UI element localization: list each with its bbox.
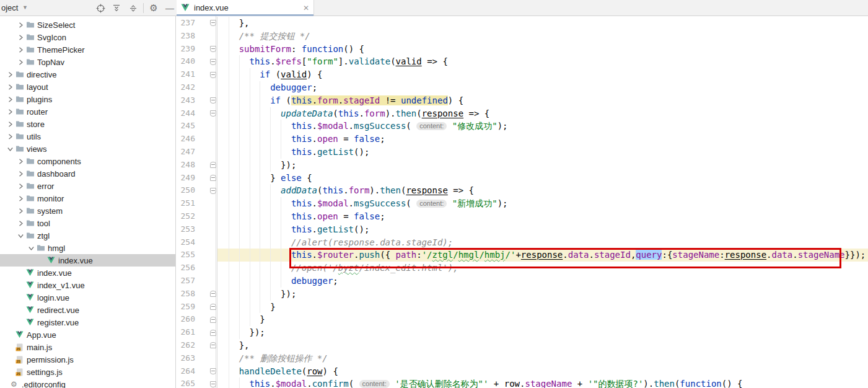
tree-item-redirect-vue[interactable]: redirect.vue — [0, 304, 175, 316]
gear-icon[interactable]: ⚙ — [147, 2, 160, 14]
tree-item-tool[interactable]: tool — [0, 217, 175, 229]
tree-item-ztgl[interactable]: ztgl — [0, 229, 175, 242]
tree-item-editorconfig[interactable]: ⚙.editorconfig — [0, 378, 175, 388]
chevron-right-icon[interactable] — [15, 156, 26, 167]
tree-item-themepicker[interactable]: ThemePicker — [0, 43, 175, 56]
code-line-248[interactable]: 248}); — [177, 159, 868, 172]
code-line-253[interactable]: 253this.getList(); — [177, 223, 868, 236]
chevron-right-icon[interactable] — [5, 82, 15, 92]
tree-item-layout[interactable]: layout — [0, 81, 175, 93]
chevron-right-icon[interactable] — [15, 193, 26, 204]
code-line-249[interactable]: 249} else { — [177, 172, 868, 185]
chevron-down-icon[interactable] — [5, 144, 15, 154]
fold-start-icon[interactable] — [210, 381, 216, 387]
tree-item-utils[interactable]: utils — [0, 130, 175, 143]
fold-end-icon[interactable] — [210, 317, 216, 323]
code-area[interactable]: this.getList(); — [217, 223, 868, 236]
code-area[interactable]: this.$refs["form"].validate(valid => { — [217, 55, 868, 68]
code-line-247[interactable]: 247this.getList(); — [177, 146, 868, 159]
tree-item-sizeselect[interactable]: SizeSelect — [0, 19, 175, 31]
chevron-right-icon[interactable] — [5, 107, 15, 117]
code-area[interactable]: } — [217, 313, 868, 326]
code-line-251[interactable]: 251this.$modal.msgSuccess( content: "新增成… — [177, 197, 868, 210]
code-line-244[interactable]: 244updateData(this.form).then(response =… — [177, 107, 868, 120]
code-area[interactable]: submitForm: function() { — [217, 43, 868, 56]
tree-item-system[interactable]: system — [0, 205, 175, 217]
fold-end-icon[interactable] — [210, 330, 216, 336]
tree-item-plugins[interactable]: plugins — [0, 93, 175, 105]
chevron-right-icon[interactable] — [15, 206, 26, 216]
code-area[interactable]: } — [217, 301, 868, 314]
tree-item-app-vue[interactable]: App.vue — [0, 328, 175, 341]
code-area[interactable]: this.$router.push({ path:'/ztgl/hmgl/hmb… — [217, 249, 868, 262]
code-line-263[interactable]: 263/** 删除按钮操作 */ — [177, 352, 868, 365]
code-line-257[interactable]: 257debugger; — [177, 275, 868, 288]
code-area[interactable]: } else { — [217, 172, 868, 185]
code-area[interactable]: updateData(this.form).then(response => { — [217, 107, 868, 120]
tree-item-router[interactable]: router — [0, 105, 175, 118]
tree-item-directive[interactable]: directive — [0, 68, 175, 81]
code-area[interactable]: //alert(response.data.stageId); — [217, 236, 868, 249]
code-area[interactable]: handleDelete(row) { — [217, 365, 868, 378]
tree-item-index-v1-vue[interactable]: index_v1.vue — [0, 279, 175, 291]
expand-all-icon[interactable] — [110, 2, 123, 14]
code-line-261[interactable]: 261}); — [177, 326, 868, 339]
code-line-255[interactable]: 255this.$router.push({ path:'/ztgl/hmgl/… — [177, 249, 868, 262]
code-line-242[interactable]: 242debugger; — [177, 81, 868, 94]
chevron-right-icon[interactable] — [15, 218, 26, 229]
code-line-262[interactable]: 262}, — [177, 339, 868, 352]
code-area[interactable]: if (valid) { — [217, 68, 868, 81]
code-area[interactable]: debugger; — [217, 275, 868, 288]
code-area[interactable]: }, — [217, 339, 868, 352]
code-line-241[interactable]: 241if (valid) { — [177, 68, 868, 81]
code-line-256[interactable]: 256//open('/byzt/index_edit.html'); — [177, 262, 868, 275]
tree-item-dashboard[interactable]: dashboard — [0, 167, 175, 180]
code-area[interactable]: /** 提交按钮 */ — [217, 30, 868, 43]
code-area[interactable]: addData(this.form).then(response => { — [217, 184, 868, 197]
code-editor[interactable]: 237},238/** 提交按钮 */239submitForm: functi… — [177, 16, 868, 388]
fold-start-icon[interactable] — [210, 72, 216, 78]
tree-item-topnav[interactable]: TopNav — [0, 56, 175, 68]
code-area[interactable]: //open('/byzt/index_edit.html'); — [217, 262, 868, 275]
tree-item-store[interactable]: store — [0, 118, 175, 130]
code-line-258[interactable]: 258}); — [177, 288, 868, 301]
chevron-right-icon[interactable] — [5, 69, 15, 80]
code-area[interactable]: if (this.form.stageId != undefined) { — [217, 94, 868, 107]
chevron-right-icon[interactable] — [15, 169, 26, 179]
code-line-259[interactable]: 259} — [177, 301, 868, 314]
tree-item-login-vue[interactable]: login.vue — [0, 291, 175, 304]
chevron-right-icon[interactable] — [15, 181, 26, 192]
collapse-all-icon[interactable] — [127, 2, 139, 14]
code-line-240[interactable]: 240this.$refs["form"].validate(valid => … — [177, 55, 868, 68]
code-line-246[interactable]: 246this.open = false; — [177, 133, 868, 146]
fold-start-icon[interactable] — [210, 188, 216, 194]
code-line-243[interactable]: 243if (this.form.stageId != undefined) { — [177, 94, 868, 107]
fold-start-icon[interactable] — [210, 59, 216, 65]
code-area[interactable]: this.getList(); — [217, 146, 868, 159]
tree-item-error[interactable]: error — [0, 180, 175, 192]
fold-start-icon[interactable] — [210, 20, 216, 26]
code-area[interactable]: }); — [217, 159, 868, 172]
code-area[interactable]: debugger; — [217, 81, 868, 94]
fold-end-icon[interactable] — [210, 304, 216, 310]
tab-index-vue[interactable]: index.vue ✕ — [177, 0, 314, 15]
chevron-down-icon[interactable]: ▼ — [22, 4, 28, 11]
locate-file-icon[interactable] — [94, 2, 107, 14]
code-area[interactable]: /** 删除按钮操作 */ — [217, 352, 868, 365]
tree-item-views[interactable]: views — [0, 143, 175, 155]
fold-start-icon[interactable] — [210, 46, 216, 52]
code-area[interactable]: }); — [217, 326, 868, 339]
code-line-245[interactable]: 245this.$modal.msgSuccess( content: "修改成… — [177, 120, 868, 133]
code-line-239[interactable]: 239submitForm: function() { — [177, 43, 868, 56]
code-area[interactable]: this.$modal.msgSuccess( content: "新增成功")… — [217, 197, 868, 210]
project-view-selector[interactable]: oject — [1, 3, 18, 12]
tree-item-permission-js[interactable]: JSpermission.js — [0, 353, 175, 366]
fold-end-icon[interactable] — [210, 175, 216, 181]
tree-item-monitor[interactable]: monitor — [0, 192, 175, 205]
tree-item-index-vue[interactable]: index.vue — [0, 254, 175, 267]
close-icon[interactable]: ✕ — [303, 4, 309, 12]
code-area[interactable]: }); — [217, 288, 868, 301]
code-area[interactable]: this.open = false; — [217, 133, 868, 146]
chevron-right-icon[interactable] — [5, 94, 15, 105]
code-area[interactable]: this.$modal.msgSuccess( content: "修改成功")… — [217, 120, 868, 133]
